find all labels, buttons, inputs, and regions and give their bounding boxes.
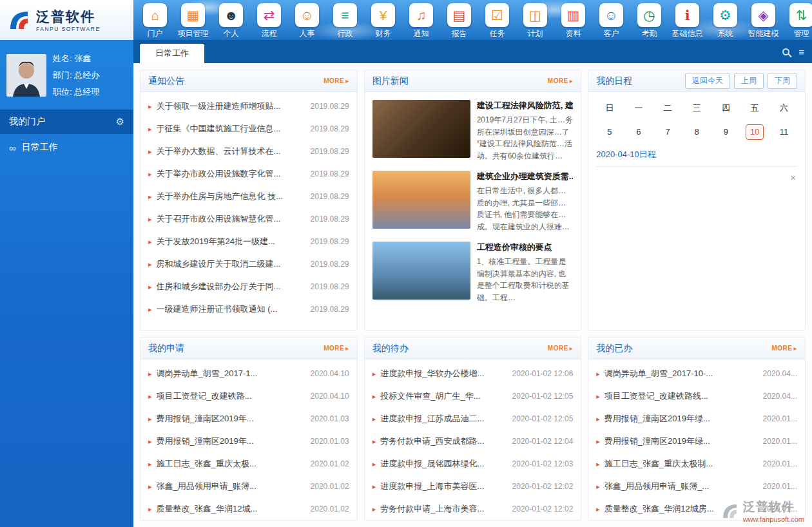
item-date: 2019.08.29 bbox=[311, 169, 349, 178]
calendar-date[interactable]: 10 bbox=[746, 124, 764, 140]
todo-list-item[interactable]: 进度款申报_江苏成品油二... 2020-01-02 12:05 bbox=[372, 407, 574, 430]
todo-list-item[interactable]: 进度款申报_华软办公楼增... 2020-01-02 12:06 bbox=[372, 362, 574, 385]
application-list-item[interactable]: 费用报销_潼南区2019年... 2020.01.03 bbox=[148, 430, 349, 452]
item-date: 2020-01-02 12:02 bbox=[512, 504, 574, 513]
done-list-item[interactable]: 费用报销_潼南区2019年绿... 2020.01... bbox=[596, 430, 797, 452]
applications-more-link[interactable]: MORE ▸ bbox=[324, 345, 349, 352]
top-nav-item[interactable]: ☺ 客户 bbox=[592, 3, 630, 39]
top-nav-item[interactable]: ≡ 行政 bbox=[326, 3, 364, 39]
notice-list-item[interactable]: 关于举办住房与房地产信息化 技... 2019.08.29 bbox=[148, 185, 349, 207]
nav-item-label: 客户 bbox=[604, 28, 619, 39]
calendar-date[interactable]: 6 bbox=[630, 124, 648, 140]
done-list-item[interactable]: 张鑫_用品领用申请_账簿_... 2020.01... bbox=[596, 475, 797, 497]
done-list-item[interactable]: 费用报销_潼南区2019年绿... 2020.01... bbox=[596, 407, 797, 430]
calendar-date[interactable]: 5 bbox=[601, 124, 619, 140]
sidebar-item-daily-work[interactable]: ∞ 日常工作 bbox=[0, 134, 133, 161]
logo[interactable]: 泛普软件 FANPU SOFTWARE bbox=[0, 0, 133, 40]
application-list-item[interactable]: 施工日志_张鑫_重庆太极... 2020.01.02 bbox=[148, 452, 349, 475]
news-list: 建设工程法律风险防范, 建... 2019年7月27日下午, 土…务所在深圳坂田… bbox=[365, 92, 581, 310]
calendar-date[interactable]: 9 bbox=[717, 124, 735, 140]
top-nav-item[interactable]: ⇄ 流程 bbox=[250, 3, 288, 39]
item-text: 关于举办大数据、云计算技术在... bbox=[157, 146, 306, 157]
notice-list-item[interactable]: 关于举办大数据、云计算技术在... 2019.08.29 bbox=[148, 140, 349, 162]
top-nav-item[interactable]: ☻ 个人 bbox=[212, 3, 250, 39]
item-date: 2019.08.29 bbox=[311, 192, 349, 201]
top-nav-item[interactable]: ¥ 财务 bbox=[364, 3, 402, 39]
sidebar-item-label: 日常工作 bbox=[22, 142, 58, 153]
prev-week-button[interactable]: 上周 bbox=[734, 73, 764, 89]
more-arrow-icon: ▸ bbox=[345, 345, 349, 352]
top-nav-item[interactable]: ☺ 人事 bbox=[288, 3, 326, 39]
notice-list-item[interactable]: 住房和城乡建设部办公厅关于同... 2019.08.29 bbox=[148, 275, 349, 298]
bullet-icon bbox=[596, 391, 600, 401]
news-item[interactable]: 建设工程法律风险防范, 建... 2019年7月27日下午, 土…务所在深圳坂田… bbox=[372, 95, 574, 166]
top-nav-item[interactable]: ◫ 计划 bbox=[516, 3, 554, 39]
tab-daily-work[interactable]: 日常工作 bbox=[140, 44, 204, 63]
notice-list-item[interactable]: 于征集《中国建筑施工行业信息... 2019.08.29 bbox=[148, 117, 349, 140]
back-to-today-button[interactable]: 返回今天 bbox=[685, 73, 730, 89]
management-icon: ⇅ bbox=[789, 3, 812, 27]
todo-list-item[interactable]: 劳务付款申请_上海市美容... 2020-01-02 12:02 bbox=[372, 497, 574, 520]
top-nav-item[interactable]: ℹ 基础信息 bbox=[668, 3, 706, 39]
todos-more-link[interactable]: MORE ▸ bbox=[548, 345, 574, 352]
done-list-item[interactable]: 施工日志_张鑫_重庆太极制... 2020.01... bbox=[596, 452, 797, 475]
item-text: 进度款申报_晟铭园林绿化... bbox=[380, 458, 507, 470]
notice-list-item[interactable]: 房和城乡建设厅关于取消二级建... 2019.08.29 bbox=[148, 253, 349, 275]
todo-list-item[interactable]: 投标文件审查_胡广生_华... 2020-01-02 12:05 bbox=[372, 385, 574, 407]
bullet-icon bbox=[148, 369, 152, 378]
top-nav-item[interactable]: ▥ 资料 bbox=[554, 3, 592, 39]
attendance-icon: ◷ bbox=[637, 3, 661, 27]
application-list-item[interactable]: 张鑫_用品领用申请_账簿... 2020.01.02 bbox=[148, 475, 349, 497]
todo-list-item[interactable]: 进度款申报_上海市美容医... 2020-01-02 12:02 bbox=[372, 475, 574, 497]
item-date: 2020.01... bbox=[763, 459, 797, 468]
done-list-item[interactable]: 质量整改_张鑫_华润12城房... 2020.01... bbox=[596, 497, 797, 520]
top-nav-item[interactable]: ☑ 任务 bbox=[478, 3, 516, 39]
done-list-item[interactable]: 调岗异动单_胡雪_2017-10-... 2020.04... bbox=[596, 362, 797, 385]
menu-icon[interactable]: ≡ bbox=[798, 46, 804, 57]
sidebar-portal-header[interactable]: 我的门户 ⚙ bbox=[0, 110, 133, 134]
top-nav-item[interactable]: ▤ 报告 bbox=[440, 3, 478, 39]
top-nav-item[interactable]: ♫ 通知 bbox=[402, 3, 440, 39]
notices-more-link[interactable]: MORE ▸ bbox=[324, 77, 349, 84]
top-nav-item[interactable]: ◈ 智能建模 bbox=[744, 3, 782, 39]
done-list-item[interactable]: 项目工资登记_改建铁路线... 2020.04... bbox=[596, 385, 797, 407]
notice-list-item[interactable]: 关于召开市政公用设施智慧化管... 2019.08.29 bbox=[148, 207, 349, 230]
notice-list-item[interactable]: 关于举办市政公用设施数字化管... 2019.08.29 bbox=[148, 162, 349, 185]
application-list-item[interactable]: 费用报销_潼南区2019年... 2020.01.03 bbox=[148, 407, 349, 430]
calendar-date[interactable]: 11 bbox=[775, 124, 793, 140]
finance-icon: ¥ bbox=[371, 3, 395, 27]
nav-item-label: 门户 bbox=[148, 28, 163, 39]
application-list-item[interactable]: 项目工资登记_改建铁路... 2020.04.10 bbox=[148, 385, 349, 407]
calendar-date[interactable]: 8 bbox=[688, 124, 706, 140]
gear-icon[interactable]: ⚙ bbox=[116, 116, 124, 128]
notice-list-item[interactable]: 关于发放2019年第24批一级建... 2019.08.29 bbox=[148, 230, 349, 253]
news-body: 建设工程法律风险防范, 建... 2019年7月27日下午, 土…务所在深圳坂田… bbox=[477, 100, 574, 160]
calendar-date[interactable]: 7 bbox=[659, 124, 677, 140]
top-nav-item[interactable]: ⚙ 系统 bbox=[706, 3, 744, 39]
column-center: 图片新闻 MORE ▸ bbox=[364, 70, 582, 521]
todo-list-item[interactable]: 劳务付款申请_西安成都路... 2020-01-02 12:04 bbox=[372, 430, 574, 452]
application-list-item[interactable]: 调岗异动单_胡雪_2017-1... 2020.04.10 bbox=[148, 362, 349, 385]
nav-item-label: 报告 bbox=[452, 28, 467, 39]
bullet-icon bbox=[148, 481, 152, 491]
top-nav-item[interactable]: ⇅ 管理 bbox=[782, 3, 812, 39]
news-more-link[interactable]: MORE ▸ bbox=[548, 77, 574, 84]
application-list-item[interactable]: 质量整改_张鑫_华润12城... 2020.01.02 bbox=[148, 497, 349, 520]
calendar-weekday-row: 日 一 二 三 四 五 六 bbox=[588, 92, 805, 117]
top-nav-item[interactable]: ◷ 考勤 bbox=[630, 3, 668, 39]
top-nav-item[interactable]: ⌂ 门户 bbox=[136, 3, 174, 39]
notice-list-item[interactable]: 关于领取一级注册建造师增项贴... 2019.08.29 bbox=[148, 95, 349, 117]
close-icon[interactable]: × bbox=[790, 172, 796, 183]
news-item[interactable]: 建筑企业办理建筑资质需... 在日常生活中, 很多人都…质的办理, 尤其是一些部… bbox=[372, 166, 574, 236]
notices-card-header: 通知公告 MORE ▸ bbox=[140, 70, 357, 92]
logo-title: 泛普软件 bbox=[36, 8, 101, 26]
done-more-link[interactable]: MORE ▸ bbox=[771, 345, 797, 352]
app-window: 泛普软件 FANPU SOFTWARE ⌂ 门户 ▦ 项目管理 ☻ 个人 bbox=[0, 0, 812, 527]
admin-icon: ≡ bbox=[333, 3, 357, 27]
news-item[interactable]: 工程造价审核的要点 1、核准工程量。工程量是编制决算最基本的内容, 也是整个工程… bbox=[372, 236, 574, 307]
top-nav-item[interactable]: ▦ 项目管理 bbox=[174, 3, 212, 39]
notice-list-item[interactable]: 一级建造师注册证书领取通知 (... 2019.08.29 bbox=[148, 298, 349, 320]
todo-list-item[interactable]: 进度款申报_晟铭园林绿化... 2020-01-02 12:03 bbox=[372, 452, 574, 475]
next-week-button[interactable]: 下周 bbox=[768, 73, 797, 89]
search-icon[interactable] bbox=[782, 48, 789, 55]
